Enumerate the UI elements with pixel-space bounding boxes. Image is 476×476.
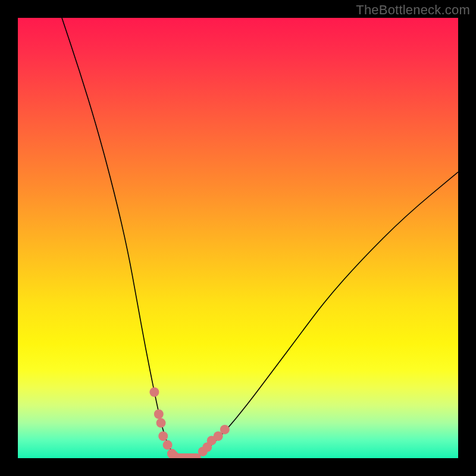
marker-point [220, 425, 230, 434]
marker-point [156, 418, 166, 428]
marker-group [149, 387, 229, 458]
watermark-text: TheBottleneck.com [356, 2, 470, 18]
chart-svg [18, 18, 458, 458]
chart-frame: TheBottleneck.com [0, 0, 476, 476]
marker-point [154, 409, 164, 419]
marker-point [158, 431, 168, 441]
plot-area [18, 18, 458, 458]
marker-point [163, 440, 173, 450]
bottleneck-curve [62, 18, 458, 458]
marker-point [149, 387, 159, 397]
